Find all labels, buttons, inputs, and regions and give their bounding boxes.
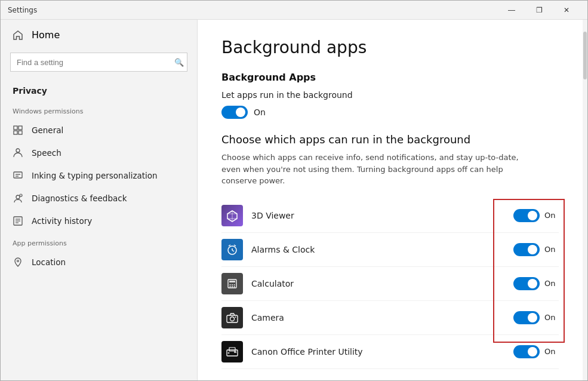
svg-point-28 (234, 284, 235, 285)
3d-viewer-icon (221, 205, 243, 226)
activity-label: Activity history (32, 216, 92, 226)
app-row-3d-viewer: 3D Viewer On (221, 199, 559, 233)
calculator-toggle-area: On (513, 277, 559, 290)
content-area: Home 🔍 Privacy Windows permissions (1, 20, 587, 380)
sidebar-item-general[interactable]: General (1, 119, 197, 142)
3d-viewer-toggle-area: On (513, 209, 559, 222)
svg-line-23 (234, 245, 236, 246)
svg-point-27 (232, 284, 233, 285)
svg-point-34 (235, 317, 236, 318)
svg-rect-0 (14, 126, 17, 130)
general-label: General (32, 125, 63, 135)
app-permissions-label: App permissions (1, 232, 197, 251)
app-row-camera: Camera On (221, 301, 559, 335)
svg-line-22 (229, 245, 230, 246)
sidebar-item-speech[interactable]: Speech (1, 142, 197, 164)
let-apps-toggle-row: On (221, 106, 559, 119)
svg-point-30 (232, 286, 233, 287)
svg-rect-37 (234, 351, 236, 353)
sidebar-item-activity[interactable]: Activity history (1, 210, 197, 232)
alarms-clock-icon (221, 239, 243, 260)
svg-rect-36 (229, 348, 235, 351)
3d-viewer-toggle[interactable] (513, 209, 540, 222)
svg-point-9 (20, 194, 22, 196)
sidebar-item-home[interactable]: Home (1, 20, 197, 50)
svg-point-31 (234, 286, 235, 287)
canon-toggle-area: On (513, 345, 559, 358)
window-controls: — ❐ ✕ (498, 1, 580, 20)
speech-label: Speech (32, 148, 61, 158)
choose-section-title: Choose which apps can run in the backgro… (221, 133, 559, 146)
diagnostics-label: Diagnostics & feedback (32, 193, 127, 203)
speech-icon (13, 148, 23, 158)
apps-list: 3D Viewer On (221, 199, 559, 369)
svg-rect-1 (19, 126, 22, 130)
search-button[interactable]: 🔍 (174, 58, 184, 67)
search-input[interactable] (10, 53, 187, 72)
let-apps-toggle[interactable] (221, 106, 248, 119)
maximize-button[interactable]: ❐ (525, 1, 553, 20)
sidebar-privacy-label: Privacy (1, 81, 197, 100)
svg-point-38 (228, 352, 230, 354)
svg-rect-5 (14, 172, 22, 178)
page-title: Background apps (221, 38, 559, 57)
svg-point-26 (230, 284, 231, 285)
general-icon (13, 125, 23, 136)
3d-viewer-name: 3D Viewer (251, 211, 513, 220)
sidebar-item-location[interactable]: Location (1, 251, 197, 274)
alarms-clock-toggle[interactable] (513, 243, 540, 256)
svg-point-4 (16, 149, 20, 152)
svg-point-33 (230, 317, 235, 321)
sidebar: Home 🔍 Privacy Windows permissions (1, 20, 198, 380)
calculator-state: On (544, 279, 559, 288)
canon-toggle[interactable] (513, 345, 540, 358)
window-title: Settings (8, 6, 498, 14)
canon-icon (221, 341, 243, 362)
app-row-alarms-clock: Alarms & Clock On (221, 233, 559, 267)
home-icon (13, 30, 23, 41)
let-apps-toggle-state: On (254, 107, 266, 117)
calculator-name: Calculator (251, 279, 513, 288)
alarms-clock-toggle-area: On (513, 243, 559, 256)
svg-point-29 (230, 286, 231, 287)
calculator-icon (221, 273, 243, 294)
camera-name: Camera (251, 313, 513, 322)
sidebar-item-inking[interactable]: Inking & typing personalization (1, 164, 197, 187)
sidebar-search-container: 🔍 (10, 53, 187, 72)
camera-toggle[interactable] (513, 311, 540, 324)
svg-point-14 (17, 260, 19, 262)
location-icon (13, 257, 23, 268)
main-content: Background apps Background Apps Let apps… (198, 20, 583, 380)
alarms-clock-state: On (544, 245, 559, 254)
svg-rect-32 (227, 315, 238, 322)
svg-line-21 (232, 250, 234, 251)
canon-name: Canon Office Printer Utility (251, 347, 513, 357)
scrollbar-track[interactable] (583, 20, 587, 380)
diagnostics-icon (13, 193, 23, 204)
inking-label: Inking & typing personalization (32, 171, 158, 180)
app-row-calculator: Calculator On (221, 267, 559, 301)
apps-container: 3D Viewer On (221, 199, 559, 369)
minimize-button[interactable]: — (498, 1, 525, 20)
svg-rect-2 (14, 131, 17, 134)
choose-description: Choose which apps can receive info, send… (221, 152, 520, 187)
camera-icon (221, 307, 243, 328)
svg-rect-3 (19, 131, 22, 134)
windows-permissions-label: Windows permissions (1, 100, 197, 119)
settings-window: Settings — ❐ ✕ Home 🔍 (0, 0, 588, 381)
calculator-toggle[interactable] (513, 277, 540, 290)
activity-icon (13, 216, 23, 226)
location-label: Location (32, 257, 66, 267)
close-button[interactable]: ✕ (553, 1, 580, 20)
svg-rect-25 (229, 281, 235, 282)
home-label: Home (32, 29, 60, 41)
app-row-canon: Canon Office Printer Utility On (221, 335, 559, 369)
3d-viewer-state: On (544, 211, 559, 220)
svg-point-8 (16, 195, 20, 199)
inking-icon (13, 170, 23, 181)
sidebar-item-diagnostics[interactable]: Diagnostics & feedback (1, 187, 197, 210)
scrollbar-thumb[interactable] (583, 32, 587, 79)
titlebar: Settings — ❐ ✕ (1, 1, 587, 20)
canon-state: On (544, 347, 559, 356)
camera-state: On (544, 313, 559, 322)
